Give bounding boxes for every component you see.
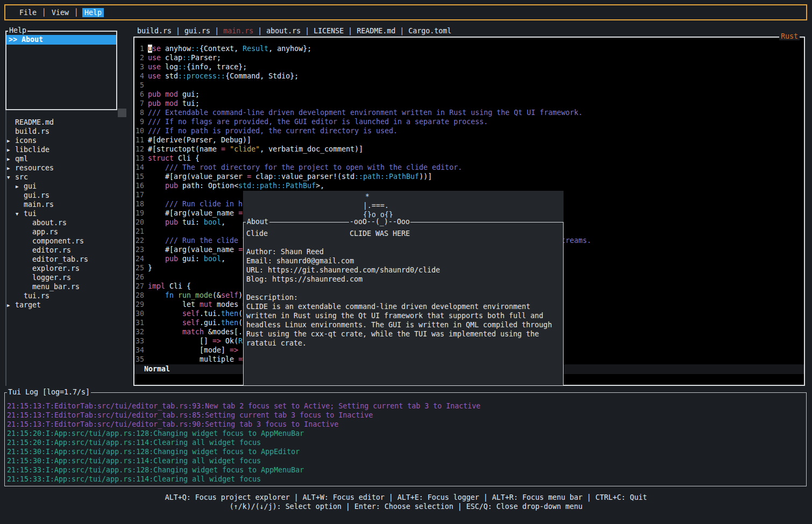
code-line-text: use log::{info, trace}; <box>148 62 247 71</box>
code-line: 8/// Extendable command-line driven deve… <box>134 108 804 117</box>
line-number: 1 <box>134 44 144 53</box>
code-line-text: /// If no flags are provided, the GUI ed… <box>148 117 488 126</box>
code-line-text: impl Cli { <box>148 282 191 291</box>
tree-item-gui.rs[interactable]: gui.rs <box>0 191 132 200</box>
tree-item-libclide[interactable]: ▶libclide <box>0 145 132 154</box>
tree-item-tui[interactable]: ▼tui <box>0 209 132 218</box>
code-line: 7pub mod tui; <box>134 99 804 108</box>
line-number: 22 <box>134 236 144 245</box>
tui-log-lines: 21:15:13:T:EditorTab:src/tui/editor_tab.… <box>7 401 804 484</box>
about-popup-line: Email: shaunrd0@gmail.com <box>246 256 563 265</box>
tree-item-label: about.rs <box>32 218 67 227</box>
tree-item-icons[interactable]: ▶icons <box>0 136 132 145</box>
code-line: 11#[derive(Parser, Debug)] <box>134 135 804 145</box>
line-number: 27 <box>134 282 144 291</box>
tree-item-gui[interactable]: ▶gui <box>0 182 132 191</box>
keybind-help-line-1: ALT+Q: Focus project explorer | ALT+W: F… <box>0 493 812 502</box>
code-line: 5 <box>134 81 804 90</box>
tree-item-menu_bar.rs[interactable]: menu_bar.rs <box>0 282 132 291</box>
ascii-art-line: |.===. <box>363 201 564 210</box>
tree-item-editor_tab.rs[interactable]: editor_tab.rs <box>0 255 132 264</box>
chevron-right-icon: ▶ <box>7 146 10 155</box>
tree-item-logger.rs[interactable]: logger.rs <box>0 273 132 282</box>
code-line: 10/// If no path is provided, the curren… <box>134 126 804 135</box>
code-line-text: /// The root directory for the project t… <box>148 163 462 172</box>
line-number: 8 <box>134 108 144 117</box>
line-number: 14 <box>134 163 144 172</box>
tab-build.rs[interactable]: build.rs <box>137 27 172 35</box>
code-line-text: #[derive(Parser, Debug)] <box>148 135 251 145</box>
menu-separator: │ <box>74 9 79 17</box>
clide-tui-window: File│View│Help build.rs | gui.rs | main.… <box>0 0 812 524</box>
about-popup-banner: -ooO--(_)--Ooo <box>349 218 410 226</box>
menu-item-view[interactable]: View <box>47 9 74 17</box>
tree-item-label: icons <box>15 136 37 145</box>
menu-item-file[interactable]: File <box>15 9 41 17</box>
tab-separator: | <box>301 27 314 35</box>
tree-item-qml[interactable]: ▶qml <box>0 154 132 163</box>
tab-separator: | <box>172 27 184 35</box>
line-number: 25 <box>134 263 144 272</box>
help-dropdown-title: Help <box>8 26 27 34</box>
log-entry: 21:15:13:T:EditorTab:src/tui/editor_tab.… <box>7 420 804 429</box>
chevron-down-icon: ▼ <box>16 210 18 219</box>
keybind-help-line-2: (↑/k)/(↓/j): Select option | Enter: Choo… <box>0 502 812 511</box>
tree-item-src[interactable]: ▼src <box>0 173 132 182</box>
line-number: 30 <box>134 309 144 318</box>
line-number: 20 <box>134 218 144 227</box>
menu-item-help[interactable]: Help <box>82 8 104 17</box>
code-line-text: /// If no path is provided, the current … <box>148 126 397 135</box>
tree-item-about.rs[interactable]: about.rs <box>0 218 132 227</box>
code-line-text: pub mod gui; <box>148 90 200 99</box>
about-popup-line <box>246 284 563 293</box>
code-line: 15 #[arg(value_parser = clap::value_pars… <box>134 172 804 181</box>
line-number: 33 <box>134 336 144 346</box>
tree-item-main.rs[interactable]: main.rs <box>0 200 132 209</box>
tree-item-label: app.rs <box>32 227 58 236</box>
line-number: 23 <box>134 245 144 254</box>
code-line-text: use anyhow::{Context, Result, anyhow}; <box>148 44 311 53</box>
code-line: 4use std::process::{Command, Stdio}; <box>134 71 804 81</box>
tree-item-label: resources <box>15 163 54 173</box>
tab-about.rs[interactable]: about.rs <box>266 27 301 35</box>
tree-item-label: logger.rs <box>32 273 71 282</box>
tree-item-component.rs[interactable]: component.rs <box>0 236 132 246</box>
line-number: 5 <box>134 81 144 90</box>
about-popup-line: Description: <box>246 293 563 302</box>
tree-item-explorer.rs[interactable]: explorer.rs <box>0 264 132 273</box>
log-entry: 21:15:20:I:App:src/tui/app.rs:128:Changi… <box>7 429 804 438</box>
tab-gui.rs[interactable]: gui.rs <box>184 27 210 35</box>
tree-item-label: src <box>15 173 28 182</box>
tree-item-target[interactable]: ▶target <box>0 300 132 310</box>
tab-README.md[interactable]: README.md <box>357 27 395 35</box>
about-popup-line: headless Linux environments. The GUI is … <box>246 320 563 329</box>
tab-LICENSE[interactable]: LICENSE <box>314 27 344 35</box>
tree-item-tui.rs[interactable]: tui.rs <box>0 291 132 300</box>
tab-separator: | <box>395 27 408 35</box>
ascii-art-line: * <box>365 192 564 201</box>
tree-item-label: README.md <box>15 118 54 127</box>
log-entry: 21:15:33:I:App:src/tui/app.rs:128:Changi… <box>7 465 804 475</box>
about-popup-line <box>246 238 563 247</box>
explorer-scrollbar-thumb[interactable] <box>118 109 126 117</box>
tree-item-resources[interactable]: ▶resources <box>0 163 132 173</box>
tree-item-editor.rs[interactable]: editor.rs <box>0 246 132 255</box>
line-number: 16 <box>134 181 144 190</box>
tree-item-build.rs[interactable]: build.rs <box>0 127 132 136</box>
tab-main.rs[interactable]: main.rs <box>223 27 253 35</box>
line-number: 32 <box>134 327 144 336</box>
tree-item-label: gui.rs <box>24 191 49 200</box>
code-line-text: #[structopt(name = "clide", verbatim_doc… <box>148 145 363 154</box>
log-entry: 21:15:30:I:App:src/tui/app.rs:128:Changi… <box>7 447 804 456</box>
tree-item-README.md[interactable]: README.md <box>0 118 132 127</box>
about-popup-line: CLIDE is an extendable command-line driv… <box>246 302 563 311</box>
editor-tab-bar: build.rs | gui.rs | main.rs | about.rs |… <box>137 26 452 36</box>
help-menu-item-about[interactable]: >> About <box>6 35 116 45</box>
code-line: 16 pub path: Option<std::path::PathBuf>, <box>134 181 804 190</box>
tree-item-app.rs[interactable]: app.rs <box>0 227 132 236</box>
log-entry: 21:15:33:I:App:src/tui/app.rs:114:Cleari… <box>7 475 804 484</box>
tab-separator: | <box>210 27 223 35</box>
tab-Cargo.toml[interactable]: Cargo.toml <box>408 27 451 35</box>
project-explorer-tree: README.mdbuild.rs▶icons▶libclide▶qml▶res… <box>0 118 132 310</box>
about-popup-line: Rust using the cxx-qt crate, while the T… <box>246 329 563 339</box>
